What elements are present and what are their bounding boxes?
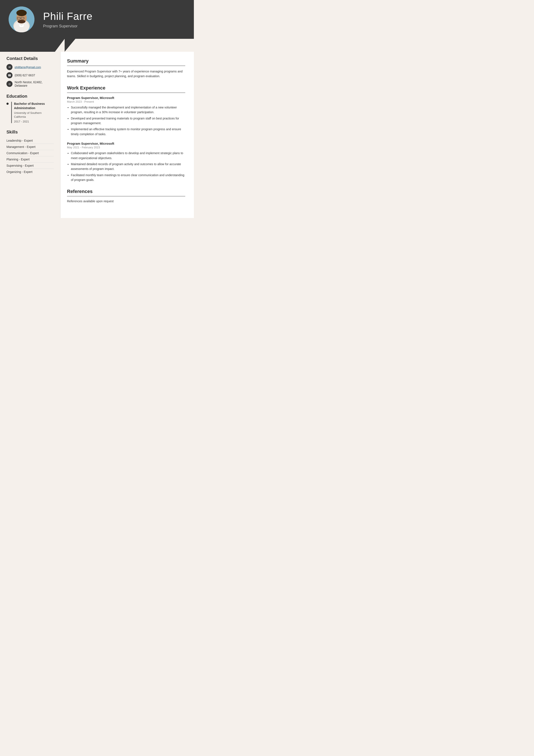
svg-point-8 [18,20,25,23]
skill-item: Leadership - Expert [7,138,54,144]
job-bullet-item: Implemented an effective tracking system… [71,127,185,137]
sidebar: Contact Details ✉ philifarre@gmail.com ☎… [0,52,60,218]
svg-point-4 [16,10,27,16]
header-section: Phili Farre Program Supervisor [0,0,194,39]
contact-section: Contact Details ✉ philifarre@gmail.com ☎… [7,56,54,87]
person-name: Phili Farre [43,10,93,22]
skill-item: Management - Expert [7,144,54,150]
header-text: Phili Farre Program Supervisor [43,10,93,28]
job-dates: May 2021 - February 2023 [67,146,185,149]
job-bullet-item: Developed and presented training materia… [71,116,185,126]
phone-value: (009) 627 6637 [15,73,35,77]
contact-address-item: ⊙ North Nestor, 62482, Delaware [7,80,54,87]
summary-section: Summary Experienced Program Supervisor w… [67,58,185,79]
skill-item: Supervising - Expert [7,163,54,169]
job-bullets: Collaborated with program stakeholders t… [67,151,185,182]
edu-years: 2017 - 2021 [14,120,54,123]
main-right: Summary Experienced Program Supervisor w… [60,52,194,218]
job-entry: Program Supervisor, MicrosoftMarch 2023 … [67,96,185,137]
references-section: References References available upon req… [67,189,185,203]
contact-phone-item: ☎ (009) 627 6637 [7,72,54,78]
contact-email-item: ✉ philifarre@gmail.com [7,64,54,70]
jobs-list: Program Supervisor, MicrosoftMarch 2023 … [67,96,185,182]
main-content: Contact Details ✉ philifarre@gmail.com ☎… [0,52,194,218]
avatar [9,7,35,32]
edu-body: Bachelor of Business Administration Univ… [11,102,54,123]
edu-school: University of Southern California [14,111,54,119]
location-icon: ⊙ [7,81,13,87]
summary-text: Experienced Program Supervisor with 7+ y… [67,69,185,79]
address-value: North Nestor, 62482, Delaware [15,80,54,87]
summary-title: Summary [67,58,185,66]
skill-item: Planning - Expert [7,156,54,163]
email-value[interactable]: philifarre@gmail.com [15,66,41,69]
skill-item: Communication - Expert [7,150,54,156]
skill-item: Organizing - Expert [7,169,54,175]
person-title: Program Supervisor [43,24,93,28]
job-bullets: Successfully managed the development and… [67,105,185,137]
education-section-title: Education [7,94,54,99]
job-bullet-item: Collaborated with program stakeholders t… [71,151,185,160]
email-icon: ✉ [7,64,13,70]
edu-bullet [7,103,9,123]
references-text: References available upon request [67,200,185,203]
job-dates: March 2023 - Present [67,100,185,103]
education-item: Bachelor of Business Administration Univ… [7,102,54,123]
job-bullet-item: Maintained detailed records of program a… [71,162,185,172]
skills-section-title: Skills [7,130,54,135]
references-title: References [67,189,185,197]
job-bullet-item: Facilitated monthly team meetings to ens… [71,173,185,182]
job-bullet-item: Successfully managed the development and… [71,105,185,115]
education-section: Education Bachelor of Business Administr… [7,94,54,123]
skills-list: Leadership - ExpertManagement - ExpertCo… [7,138,54,175]
job-title: Program Supervisor, Microsoft [67,96,185,100]
work-experience-section: Work Experience Program Supervisor, Micr… [67,85,185,182]
phone-icon: ☎ [7,72,13,78]
job-title: Program Supervisor, Microsoft [67,142,185,145]
edu-degree: Bachelor of Business Administration [14,102,54,110]
work-experience-title: Work Experience [67,85,185,93]
job-entry: Program Supervisor, MicrosoftMay 2021 - … [67,142,185,182]
skills-section: Skills Leadership - ExpertManagement - E… [7,130,54,175]
contact-section-title: Contact Details [7,56,54,61]
